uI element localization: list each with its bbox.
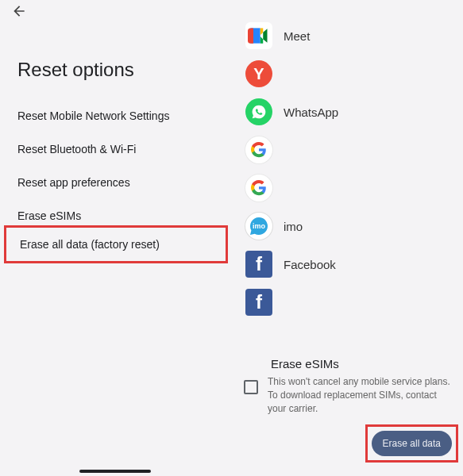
- option-erase-all-data[interactable]: Erase all data (factory reset): [4, 225, 228, 263]
- page-title: Reset options: [17, 59, 134, 81]
- erase-esims-section: Erase eSIMs This won't cancel any mobile…: [244, 357, 450, 415]
- back-button[interactable]: [11, 3, 27, 23]
- facebook-icon: f: [245, 289, 272, 316]
- google-icon: [245, 175, 272, 202]
- app-row-facebook-1: f Facebook: [245, 245, 338, 283]
- nav-handle-left: [79, 470, 151, 473]
- app-row-imo: imo imo: [245, 207, 338, 245]
- app-row-facebook-2: f: [245, 283, 338, 321]
- option-erase-all-data-label: Erase all data (factory reset): [20, 238, 160, 251]
- erase-esims-checkbox[interactable]: [244, 380, 258, 394]
- whatsapp-icon: [245, 98, 272, 125]
- app-row-google-2: [245, 169, 338, 207]
- facebook-icon: f: [245, 251, 272, 278]
- erase-button-highlight: Erase all data: [365, 424, 458, 463]
- app-row-meet: Meet: [245, 17, 338, 55]
- option-reset-app-prefs[interactable]: Reset app preferences: [0, 166, 231, 199]
- arrow-left-icon: [11, 3, 27, 19]
- app-row-yandex: Y: [245, 55, 338, 93]
- app-label: imo: [284, 220, 303, 233]
- option-reset-mobile[interactable]: Reset Mobile Network Settings: [0, 99, 231, 132]
- app-label: Meet: [284, 29, 310, 43]
- left-pane: Reset options Reset Mobile Network Setti…: [0, 0, 231, 476]
- reset-options-list: Reset Mobile Network Settings Reset Blue…: [0, 99, 231, 232]
- erase-all-data-button[interactable]: Erase all data: [372, 431, 452, 456]
- erase-esims-title: Erase eSIMs: [271, 357, 450, 370]
- yandex-icon: Y: [245, 60, 272, 87]
- imo-icon: imo: [245, 213, 272, 240]
- app-list: Meet Y WhatsApp: [245, 17, 338, 321]
- google-icon: [245, 136, 272, 163]
- app-row-whatsapp: WhatsApp: [245, 93, 338, 131]
- meet-icon: [245, 22, 272, 49]
- app-row-google-1: [245, 131, 338, 169]
- app-label: Facebook: [284, 258, 336, 271]
- app-label: WhatsApp: [284, 106, 338, 119]
- erase-esims-text: This won't cancel any mobile service pla…: [268, 375, 450, 415]
- option-reset-bluetooth[interactable]: Reset Bluetooth & Wi-Fi: [0, 132, 231, 166]
